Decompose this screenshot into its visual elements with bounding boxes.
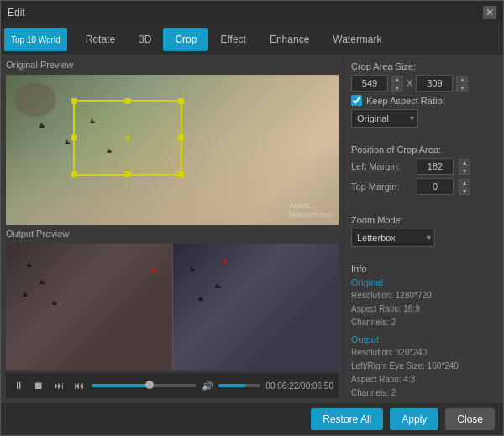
position-section: Position of Crop Area: Left Margin: ▲ ▼ … <box>351 144 496 198</box>
crop-width-input[interactable] <box>351 75 388 92</box>
tab-crop[interactable]: Crop <box>163 28 208 51</box>
bottom-bar: Restore All Apply Close <box>1 403 503 435</box>
volume-fill <box>218 384 246 387</box>
left-margin-row: Left Margin: ▲ ▼ <box>351 158 496 175</box>
left-margin-input[interactable] <box>417 158 454 175</box>
crop-selection-box[interactable] <box>73 100 182 176</box>
original-preview: Watch...facecam.com <box>6 75 339 225</box>
main-content: Original Preview <box>1 55 503 403</box>
volume-bar[interactable] <box>218 384 260 387</box>
close-button[interactable]: Close <box>445 408 495 430</box>
keep-aspect-checkbox[interactable] <box>351 95 362 106</box>
left-margin-label: Left Margin: <box>351 161 412 171</box>
zoom-mode-select[interactable]: Letterbox Pan & Scan Full <box>351 229 435 247</box>
crop-width-up[interactable]: ▲ <box>391 76 403 83</box>
progress-bar[interactable] <box>92 384 197 387</box>
original-info-label: Original <box>351 277 496 287</box>
original-channels: Channels: 2 <box>351 316 496 329</box>
crop-height-up[interactable]: ▲ <box>456 76 468 83</box>
progress-thumb <box>145 381 154 389</box>
tab-3d[interactable]: 3D <box>127 28 163 51</box>
left-margin-spinner: ▲ ▼ <box>459 159 470 175</box>
crop-handle-tr[interactable] <box>178 98 184 104</box>
output-aspect: Aspect Ratio: 4:3 <box>351 373 496 386</box>
apply-button[interactable]: Apply <box>390 408 438 430</box>
output-eye-size: Left/Right Eye Size: 160*240 <box>351 360 496 373</box>
output-video-bg <box>6 244 339 370</box>
window-title: Edit <box>8 7 25 18</box>
red-dot <box>223 260 227 264</box>
original-aspect: Aspect Ratio: 16:9 <box>351 302 496 316</box>
tab-rotate[interactable]: Rotate <box>74 28 127 51</box>
top-margin-label: Top Margin: <box>351 181 412 192</box>
main-window: Edit ✕ Top 10 World Rotate 3D Crop Effec… <box>0 0 504 436</box>
original-video-bg: Watch...facecam.com <box>6 75 339 225</box>
tab-logo: Top 10 World <box>4 28 67 51</box>
ant-decoration <box>65 142 70 144</box>
right-panel: Crop Area Size: ▲ ▼ X ▲ ▼ Ke <box>344 55 503 403</box>
crop-handle-tm[interactable] <box>125 98 131 104</box>
time-display: 00:06:22/00:06:50 <box>265 381 333 391</box>
play-pause-button[interactable]: ⏸ <box>11 378 26 393</box>
crop-handle-ml[interactable] <box>71 135 77 141</box>
zoom-mode-label: Zoom Mode: <box>351 215 496 225</box>
tab-bar: Top 10 World Rotate 3D Crop Effect Enhan… <box>1 24 503 55</box>
output-resolution: Resolution: 320*240 <box>351 346 496 360</box>
original-resolution: Resolution: 1280*720 <box>351 289 496 302</box>
output-info-label: Output <box>351 334 496 344</box>
crop-height-input[interactable] <box>416 75 453 92</box>
top-margin-input[interactable] <box>417 178 454 195</box>
output-left-eye <box>6 244 172 370</box>
output-channels: Channels: 2 <box>351 386 496 400</box>
crop-width-down[interactable]: ▼ <box>391 84 403 92</box>
crop-area-size-label: Crop Area Size: <box>351 61 496 71</box>
left-margin-down[interactable]: ▼ <box>459 167 470 175</box>
x-separator: X <box>407 78 412 88</box>
zoom-select-wrapper: Letterbox Pan & Scan Full ▼ <box>351 229 435 247</box>
original-preview-label: Original Preview <box>6 60 339 70</box>
top-margin-up[interactable]: ▲ <box>459 179 470 186</box>
top-margin-down[interactable]: ▼ <box>459 187 470 195</box>
left-panel: Original Preview <box>1 55 344 403</box>
zoom-mode-section: Zoom Mode: Letterbox Pan & Scan Full ▼ <box>351 215 496 247</box>
red-dot <box>152 269 155 272</box>
end-button[interactable]: ⏮ <box>71 378 87 393</box>
crop-handle-bl[interactable] <box>71 171 77 177</box>
stop-button[interactable]: ⏹ <box>31 378 46 393</box>
crop-handle-mr[interactable] <box>178 135 184 141</box>
watermark-text: Watch...facecam.com <box>288 202 333 218</box>
output-preview <box>6 244 339 370</box>
crop-handle-tl[interactable] <box>71 98 77 104</box>
aspect-ratio-select[interactable]: Original 16:9 4:3 1:1 Custom <box>351 109 418 128</box>
top-margin-spinner: ▲ ▼ <box>459 179 470 195</box>
output-right-eye <box>172 244 339 370</box>
aspect-ratio-select-wrapper: Original 16:9 4:3 1:1 Custom ▼ <box>351 109 418 128</box>
crop-height-down[interactable]: ▼ <box>456 84 468 92</box>
next-frame-button[interactable]: ⏭ <box>51 378 66 393</box>
crop-height-spinner: ▲ ▼ <box>456 76 468 92</box>
crop-area-size-section: Crop Area Size: ▲ ▼ X ▲ ▼ Ke <box>351 61 496 128</box>
ant-decoration <box>52 302 57 305</box>
left-margin-up[interactable]: ▲ <box>459 159 470 166</box>
volume-icon: 🔊 <box>202 381 213 391</box>
info-section: Info Original Resolution: 1280*720 Aspec… <box>351 264 496 400</box>
position-label: Position of Crop Area: <box>351 144 496 155</box>
tab-enhance[interactable]: Enhance <box>258 28 321 51</box>
output-preview-label: Output Preview <box>6 229 339 239</box>
info-label: Info <box>351 264 496 274</box>
ant-decoration <box>39 125 45 128</box>
crop-handle-br[interactable] <box>178 171 184 177</box>
tab-effect[interactable]: Effect <box>208 28 257 51</box>
crop-width-spinner: ▲ ▼ <box>391 76 403 92</box>
ant-decoration <box>215 286 220 288</box>
tab-watermark[interactable]: Watermark <box>321 28 393 51</box>
top-margin-row: Top Margin: ▲ ▼ <box>351 178 496 195</box>
keep-aspect-row: Keep Aspect Ratio: <box>351 95 496 106</box>
title-bar: Edit ✕ <box>1 1 503 24</box>
progress-fill <box>92 384 150 387</box>
keep-aspect-label: Keep Aspect Ratio: <box>366 96 445 106</box>
window-close-button[interactable]: ✕ <box>483 6 496 19</box>
restore-all-button[interactable]: Restore All <box>311 408 383 430</box>
crop-handle-bm[interactable] <box>125 171 131 177</box>
ant-decoration <box>23 294 28 297</box>
